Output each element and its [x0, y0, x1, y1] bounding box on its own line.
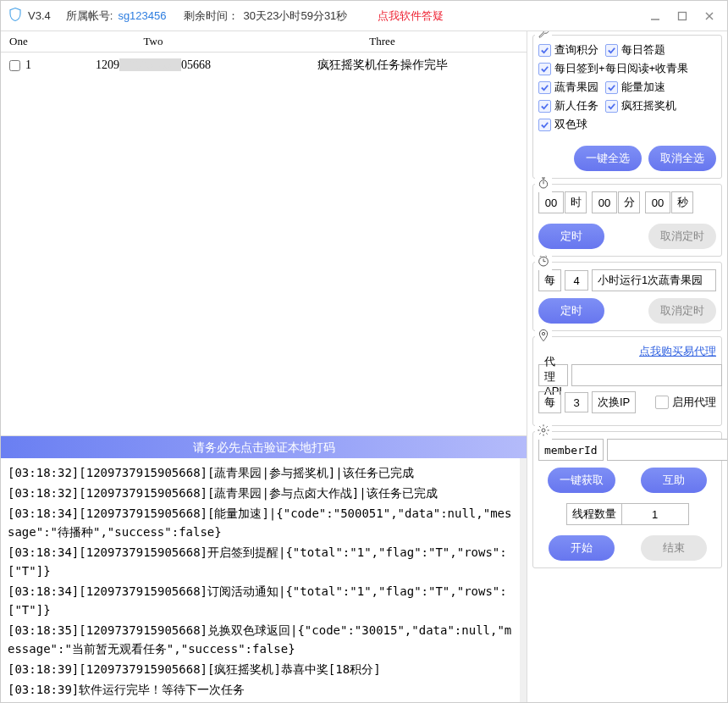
row-status: 疯狂摇奖机任务操作完毕: [238, 53, 527, 79]
proxy-api-input[interactable]: [571, 364, 722, 386]
verify-notice-button[interactable]: 请务必先点击验证本地打码: [1, 436, 527, 458]
log-line: [03:18:34][1209737915905668][能量加速]|{"cod…: [8, 504, 513, 541]
task-label: 疯狂摇奖机: [621, 98, 676, 113]
task-checkbox-item[interactable]: 每日签到+每日阅读+收青果: [538, 61, 688, 76]
settings-panel: memberId 一键获取 互助 线程数量 开始 结束: [532, 431, 722, 568]
account-label: 所属帐号:: [66, 8, 113, 24]
svg-line-11: [540, 256, 541, 257]
checkbox-icon[interactable]: [538, 100, 551, 113]
timer-panel: 时 分 秒 定时 取消定时: [532, 184, 722, 257]
log-line: [03:18:32][1209737915905668][蔬青果园|参与点卤大作…: [8, 484, 513, 502]
task-checkbox-item[interactable]: 查询积分: [538, 42, 598, 58]
col-header-one: One: [1, 31, 69, 53]
remaining-label: 剩余时间：: [184, 8, 239, 24]
interval-panel: 每 小时运行1次蔬青果园 定时 取消定时: [532, 262, 722, 331]
enable-proxy-checkbox[interactable]: [655, 396, 669, 409]
log-pane[interactable]: [03:18:32][1209737915905668][蔬青果园|参与摇奖机]…: [1, 458, 527, 702]
timer-set-button[interactable]: 定时: [538, 224, 604, 249]
proxy-switch-label: 次换IP: [592, 391, 636, 413]
log-line: [03:18:32][1209737915905668][蔬青果园|参与摇奖机]…: [8, 463, 513, 482]
checkbox-icon[interactable]: [605, 44, 618, 57]
row-id: 1209737915905668: [69, 53, 238, 79]
clock-icon: [535, 254, 552, 270]
buy-proxy-link[interactable]: 点我购买易代理: [639, 344, 716, 359]
task-label: 每日答题: [621, 42, 665, 58]
minimize-button[interactable]: [644, 7, 666, 25]
proxy-every-label: 每: [538, 391, 561, 413]
timer-second-unit: 秒: [671, 191, 693, 213]
title-bar: V3.4 所属帐号: sg123456 剩余时间： 30天23小时59分31秒 …: [1, 1, 727, 31]
location-pin-icon: [535, 329, 552, 345]
col-header-two: Two: [69, 31, 238, 53]
interval-set-button[interactable]: 定时: [538, 298, 604, 324]
timer-cancel-button[interactable]: 取消定时: [648, 224, 716, 249]
deselect-all-button[interactable]: 取消全选: [648, 146, 716, 171]
interval-cancel-button[interactable]: 取消定时: [648, 298, 716, 324]
timer-hour-unit: 时: [565, 191, 587, 213]
task-label: 双色球: [554, 117, 587, 132]
maximize-button[interactable]: [671, 7, 693, 25]
task-label: 蔬青果园: [554, 80, 598, 95]
fetch-button[interactable]: 一键获取: [548, 468, 615, 493]
log-line: [03:18:39]软件运行完毕！等待下一次任务: [8, 680, 513, 699]
timer-minute-unit: 分: [618, 191, 640, 213]
log-line: [03:18:35][1209737915905668]兑换双色球返回|{"co…: [8, 621, 513, 658]
thread-count-input[interactable]: [621, 503, 689, 525]
shield-icon: [8, 7, 23, 25]
timer-minute-input[interactable]: [592, 191, 617, 213]
end-button[interactable]: 结束: [641, 535, 707, 561]
checkbox-icon[interactable]: [538, 81, 551, 94]
log-line: [03:18:39][1209737915905668][疯狂摇奖机]恭喜中奖[…: [8, 660, 513, 678]
task-label: 能量加速: [621, 80, 665, 95]
proxy-api-label: 代理API: [538, 364, 568, 386]
col-header-three: Three: [238, 31, 527, 53]
enable-proxy-label: 启用代理: [672, 395, 716, 410]
gear-icon: [535, 423, 552, 440]
interval-suffix: 小时运行1次蔬青果园: [592, 269, 716, 291]
wrench-icon: [535, 31, 552, 43]
memberid-input[interactable]: [607, 439, 727, 461]
log-line: [03:18:34][1209737915905668]订阅活动通知|{"tot…: [8, 582, 513, 619]
stopwatch-icon: [535, 176, 552, 192]
help-link[interactable]: 点我软件答疑: [378, 8, 444, 24]
task-label: 每日签到+每日阅读+收青果: [554, 61, 688, 76]
checkbox-icon[interactable]: [605, 81, 618, 94]
checkbox-icon[interactable]: [538, 119, 551, 131]
svg-line-12: [546, 256, 547, 257]
task-label: 新人任务: [554, 98, 598, 113]
checkbox-icon[interactable]: [538, 63, 551, 75]
task-checkbox-item[interactable]: 双色球: [538, 117, 587, 132]
timer-second-input[interactable]: [645, 191, 670, 213]
checkbox-icon[interactable]: [605, 100, 618, 113]
task-checkbox-item[interactable]: 蔬青果园: [538, 80, 598, 95]
task-checkbox-item[interactable]: 疯狂摇奖机: [605, 98, 676, 113]
svg-point-14: [542, 429, 545, 432]
checkbox-icon[interactable]: [538, 44, 551, 57]
version-label: V3.4: [28, 9, 51, 22]
tasks-panel: 查询积分每日答题每日签到+每日阅读+收青果蔬青果园能量加速新人任务疯狂摇奖机双色…: [532, 35, 722, 179]
remaining-value: 30天23小时59分31秒: [244, 8, 348, 24]
account-value: sg123456: [118, 9, 166, 22]
proxy-panel: 点我购买易代理 代理API 每 次换IP 启用代理: [532, 336, 722, 426]
select-all-button[interactable]: 一键全选: [574, 146, 642, 171]
task-checkbox-item[interactable]: 新人任务: [538, 98, 598, 113]
table-row: 11209737915905668疯狂摇奖机任务操作完毕: [1, 53, 527, 79]
mutual-button[interactable]: 互助: [641, 468, 707, 493]
close-button[interactable]: [698, 7, 720, 25]
proxy-count-input[interactable]: [565, 392, 588, 412]
right-pane: 查询积分每日答题每日签到+每日阅读+收青果蔬青果园能量加速新人任务疯狂摇奖机双色…: [527, 31, 727, 702]
left-pane: One Two Three 11209737915905668疯狂摇奖机任务操作…: [1, 31, 527, 702]
task-checkbox-item[interactable]: 能量加速: [605, 80, 665, 95]
svg-rect-1: [679, 12, 687, 19]
task-label: 查询积分: [554, 42, 598, 58]
start-button[interactable]: 开始: [549, 535, 615, 561]
interval-prefix: 每: [538, 269, 561, 291]
interval-value-input[interactable]: [565, 270, 588, 291]
svg-point-13: [542, 332, 544, 335]
thread-label: 线程数量: [566, 503, 621, 525]
timer-hour-input[interactable]: [538, 191, 564, 213]
memberid-label: memberId: [538, 439, 604, 461]
row-checkbox[interactable]: [9, 60, 20, 71]
row-index: 1: [25, 58, 31, 71]
task-checkbox-item[interactable]: 每日答题: [605, 42, 665, 58]
